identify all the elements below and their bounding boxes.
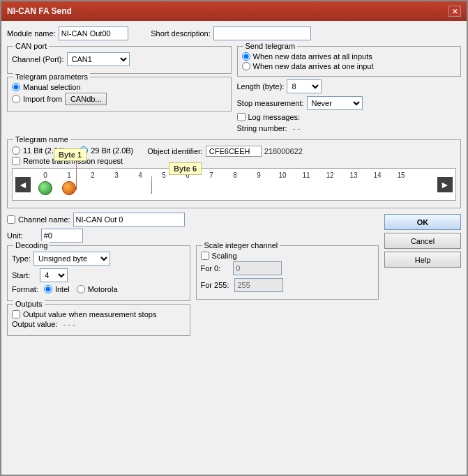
bottom-section: Channel name: Unit: Decoding bbox=[7, 213, 461, 469]
outputs-label: Outputs bbox=[13, 300, 45, 308]
byte-cell-1[interactable] bbox=[57, 179, 81, 197]
channel-row: Channel (Port): CAN1 CAN2 bbox=[12, 52, 227, 66]
byte-num-4: 4 bbox=[128, 171, 152, 179]
byte-num-1: 1 bbox=[57, 171, 81, 179]
byte-num-3: 3 bbox=[105, 171, 128, 179]
byte6-arrow bbox=[151, 176, 152, 194]
scaling-row: Scaling bbox=[201, 252, 375, 260]
byte-cell-14[interactable] bbox=[365, 179, 389, 197]
for255-row: For 255: bbox=[201, 278, 375, 292]
byte-cell-8[interactable] bbox=[223, 179, 247, 197]
send-telegram-group: Send telegram When new data arrives at a… bbox=[237, 46, 462, 77]
byte-cell-10[interactable] bbox=[271, 179, 294, 197]
title-bar: NI-CAN FA Send ✕ bbox=[1, 1, 467, 21]
remote-transmission-checkbox[interactable] bbox=[12, 157, 20, 165]
left-panel: CAN port Channel (Port): CAN1 CAN2 Teleg… bbox=[7, 46, 232, 135]
stop-measurement-label: Stop measurement: bbox=[237, 99, 304, 107]
short-desc-input[interactable] bbox=[213, 26, 311, 40]
bit29-label: 29 Bit (2.0B) bbox=[91, 146, 133, 155]
byte-num-10: 10 bbox=[271, 171, 294, 179]
import-from-label: Import from bbox=[23, 95, 62, 103]
byte-cell-15[interactable] bbox=[389, 179, 413, 197]
byte-cell-4[interactable] bbox=[128, 179, 152, 197]
unit-label: Unit: bbox=[7, 231, 23, 240]
for0-input bbox=[233, 261, 282, 275]
candb-button[interactable]: CANdb... bbox=[65, 93, 107, 105]
byte-cell-2[interactable] bbox=[81, 179, 105, 197]
byte-cell-13[interactable] bbox=[342, 179, 365, 197]
send-all-inputs-label: When new data arrives at all inputs bbox=[253, 52, 372, 61]
intel-radio[interactable] bbox=[44, 285, 52, 293]
object-id-row: Object identifier: CFE6CEEH 218000622 bbox=[147, 146, 303, 157]
scaling-checkbox[interactable] bbox=[201, 252, 209, 260]
byte-ruler-wrapper: Byte 1 Byte 6 ◄ 0 1 bbox=[12, 168, 456, 201]
byte-ruler-container: ◄ 0 1 2 3 4 5 6 7 bbox=[12, 168, 456, 201]
byte-cell-3[interactable] bbox=[105, 179, 128, 197]
window-title: NI-CAN FA Send bbox=[7, 6, 72, 16]
output-stop-checkbox[interactable] bbox=[12, 310, 20, 318]
for255-label: For 255: bbox=[201, 281, 229, 289]
byte-cell-6[interactable] bbox=[176, 179, 199, 197]
send-one-input-radio[interactable] bbox=[242, 62, 250, 70]
unit-row: Unit: bbox=[7, 229, 379, 243]
import-from-radio[interactable] bbox=[12, 95, 20, 103]
manual-selection-radio[interactable] bbox=[12, 83, 20, 91]
log-messages-label: Log messages: bbox=[248, 113, 301, 121]
ruler-left-arrow[interactable]: ◄ bbox=[15, 177, 31, 192]
for0-row: For 0: bbox=[201, 261, 375, 275]
send-one-input-label: When new data arrives at one input bbox=[253, 62, 374, 70]
outputs-group: Outputs Output value when measurement st… bbox=[7, 304, 190, 336]
main-panels: CAN port Channel (Port): CAN1 CAN2 Teleg… bbox=[7, 46, 461, 135]
cancel-button[interactable]: Cancel bbox=[384, 233, 461, 249]
help-button[interactable]: Help bbox=[384, 252, 461, 268]
bit11-radio[interactable] bbox=[12, 146, 20, 155]
ruler-right-arrow[interactable]: ► bbox=[437, 177, 453, 192]
manual-selection-label: Manual selection bbox=[23, 83, 81, 91]
main-window: NI-CAN FA Send ✕ Module name: Short desc… bbox=[0, 0, 468, 476]
byte-numbers-row: 0 1 2 3 4 5 6 7 8 9 10 1 bbox=[33, 171, 435, 179]
byte-num-9: 9 bbox=[247, 171, 271, 179]
output-stop-row: Output value when measurement stops bbox=[12, 310, 186, 318]
byte-cell-11[interactable] bbox=[294, 179, 318, 197]
for0-label: For 0: bbox=[201, 264, 221, 272]
byte-cell-9[interactable] bbox=[247, 179, 271, 197]
byte-cell-0[interactable] bbox=[33, 179, 57, 197]
log-messages-checkbox[interactable] bbox=[237, 113, 246, 121]
import-from-row: Import from CANdb... bbox=[12, 93, 227, 105]
length-select[interactable]: 8124 bbox=[287, 79, 322, 93]
module-name-input[interactable] bbox=[59, 26, 128, 40]
telegram-name-label: Telegram name bbox=[13, 135, 70, 144]
scale-group: Scale integer channel Scaling For 0: For… bbox=[196, 245, 379, 300]
byte-cell-5[interactable] bbox=[152, 179, 176, 197]
send-all-inputs-radio[interactable] bbox=[242, 52, 250, 61]
byte-cell-7[interactable] bbox=[199, 179, 223, 197]
close-button[interactable]: ✕ bbox=[448, 6, 461, 17]
unit-input[interactable] bbox=[41, 229, 83, 243]
stop-measurement-select[interactable]: NeverOn errorAlways bbox=[307, 96, 363, 110]
motorola-label: Motorola bbox=[88, 285, 118, 293]
start-select[interactable]: 40123 bbox=[40, 268, 68, 282]
byte-num-12: 12 bbox=[318, 171, 342, 179]
channel-name-checkbox[interactable] bbox=[7, 215, 15, 224]
byte-cell-12[interactable] bbox=[318, 179, 342, 197]
bit29-row: 29 Bit (2.0B) bbox=[80, 146, 133, 155]
decoding-col: Decoding Type: Unsigned byte Signed byte… bbox=[7, 245, 190, 339]
intel-label: Intel bbox=[55, 285, 70, 293]
channel-select[interactable]: CAN1 CAN2 bbox=[67, 52, 130, 66]
object-id-label: Object identifier: bbox=[147, 147, 202, 155]
type-select[interactable]: Unsigned byte Signed byte Unsigned word bbox=[33, 252, 110, 266]
ok-button[interactable]: OK bbox=[384, 214, 461, 230]
byte-icon-0 bbox=[38, 181, 52, 195]
byte-icons-row bbox=[33, 179, 435, 197]
motorola-radio[interactable] bbox=[77, 285, 85, 293]
telegram-params-group: Telegram parameters Manual selection Imp… bbox=[7, 77, 232, 112]
object-id-value: CFE6CEEH bbox=[206, 146, 262, 157]
channel-label: Channel (Port): bbox=[12, 55, 64, 63]
output-value: - - - bbox=[63, 320, 75, 328]
short-desc-label: Short description: bbox=[151, 29, 211, 38]
output-value-label: Output value: bbox=[12, 320, 57, 328]
channel-name-input[interactable] bbox=[73, 213, 185, 227]
byte-num-15: 15 bbox=[389, 171, 413, 179]
bottom-left: Channel name: Unit: Decoding bbox=[7, 213, 379, 469]
output-stop-label: Output value when measurement stops bbox=[23, 310, 156, 318]
